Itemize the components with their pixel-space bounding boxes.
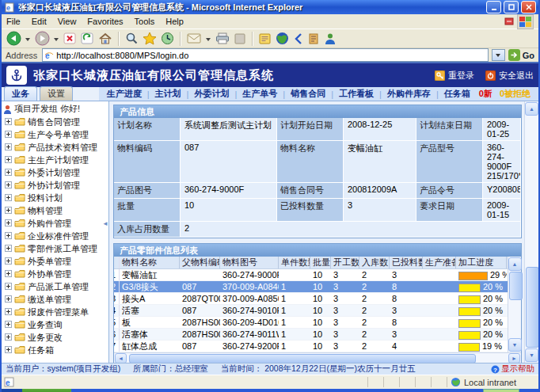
expand-plus-icon[interactable] bbox=[5, 269, 12, 279]
column-header[interactable]: 已投料数 bbox=[390, 257, 423, 268]
scroll-right-icon[interactable]: ► bbox=[508, 353, 520, 363]
column-header[interactable]: 父物料编码 bbox=[180, 257, 220, 268]
expand-plus-icon[interactable] bbox=[5, 206, 12, 215]
parts-horizontal-scrollbar[interactable]: ◄ ► bbox=[114, 352, 521, 363]
sidebar-item-7[interactable]: 投料计划 bbox=[2, 192, 108, 204]
column-header[interactable]: 入库数 bbox=[359, 257, 390, 268]
sidebar-item-6[interactable]: 外协计划管理 bbox=[2, 179, 108, 192]
expand-plus-icon[interactable] bbox=[5, 307, 12, 317]
sidebar-item-16[interactable]: 报废件管理菜单 bbox=[2, 306, 108, 318]
address-dropdown-button[interactable] bbox=[492, 49, 505, 61]
discuss-note-button[interactable] bbox=[258, 31, 272, 47]
column-header[interactable]: 单件数量 bbox=[279, 257, 310, 268]
nav-item-6[interactable]: 工作看板 bbox=[339, 88, 374, 100]
back-button[interactable] bbox=[6, 31, 22, 47]
browser-globe-button[interactable] bbox=[275, 31, 290, 47]
tab-业务[interactable]: 业务 bbox=[4, 86, 37, 101]
sidebar-item-5[interactable]: 外委计划管理 bbox=[2, 166, 108, 179]
edit-button[interactable] bbox=[233, 31, 247, 47]
menu-item-edit[interactable]: Edit bbox=[32, 17, 47, 26]
sidebar-item-1[interactable]: 销售合同管理 bbox=[2, 116, 108, 128]
nav-item-8[interactable]: 任务箱 bbox=[444, 88, 470, 100]
nav-item-4[interactable]: 生产单号 bbox=[242, 88, 277, 100]
column-header[interactable]: 生产准备 bbox=[423, 257, 456, 268]
sidebar-collapse-handle[interactable]: ◄ bbox=[102, 220, 108, 227]
address-input[interactable]: e http://localhost:8080/MPS/login.do bbox=[42, 48, 488, 62]
sidebar-item-14[interactable]: 产品派工单管理 bbox=[2, 280, 108, 293]
expand-plus-icon[interactable] bbox=[5, 320, 12, 329]
expand-plus-icon[interactable] bbox=[5, 168, 12, 177]
caret-down-button[interactable] bbox=[53, 31, 60, 47]
sidebar-item-12[interactable]: 外委单管理 bbox=[2, 255, 108, 268]
menu-item-file[interactable]: File bbox=[6, 17, 21, 26]
nav-item-2[interactable]: 主计划 bbox=[155, 88, 181, 100]
expand-plus-icon[interactable] bbox=[5, 345, 12, 355]
close-button[interactable] bbox=[521, 1, 536, 13]
scroll-up-icon[interactable]: ▲ bbox=[508, 257, 522, 271]
column-header[interactable]: 物料图号 bbox=[220, 257, 279, 268]
table-row[interactable]: 2G3/8接头087370-009-A084011032820 % bbox=[114, 281, 508, 293]
expand-plus-icon[interactable] bbox=[5, 219, 12, 228]
sidebar-item-8[interactable]: 物料管理 bbox=[2, 204, 108, 217]
show-help-link[interactable]: ? 显示帮助 bbox=[491, 363, 534, 375]
expand-plus-icon[interactable] bbox=[5, 181, 12, 190]
sidebar-item-13[interactable]: 外协单管理 bbox=[2, 268, 108, 280]
sidebar-item-4[interactable]: 主生产计划管理 bbox=[2, 154, 108, 166]
expand-plus-icon[interactable] bbox=[5, 130, 12, 139]
scroll-down-icon[interactable]: ▼ bbox=[508, 338, 522, 352]
sidebar-item-9[interactable]: 外购件管理 bbox=[2, 217, 108, 230]
menu-item-favorites[interactable]: Favorites bbox=[87, 17, 123, 26]
messenger-button[interactable] bbox=[323, 31, 337, 47]
refresh-button[interactable] bbox=[80, 31, 95, 47]
table-row[interactable]: 5板2087HS002360-209-4D01011032820 % bbox=[114, 317, 508, 329]
expand-plus-icon[interactable] bbox=[5, 333, 12, 342]
search-button[interactable] bbox=[124, 31, 139, 47]
sidebar-item-10[interactable]: 企业标准件管理 bbox=[2, 230, 108, 242]
menu-item-view[interactable]: View bbox=[58, 17, 77, 26]
sidebar-item-17[interactable]: 业务查询 bbox=[2, 318, 108, 331]
stop-button[interactable] bbox=[63, 31, 78, 47]
print-button[interactable] bbox=[215, 31, 230, 47]
caret-down-button[interactable] bbox=[205, 31, 212, 47]
expand-plus-icon[interactable] bbox=[5, 295, 12, 304]
column-header[interactable]: 批量 bbox=[310, 257, 331, 268]
column-header[interactable]: 开工数 bbox=[331, 257, 359, 268]
nav-item-1[interactable]: 生产进度 bbox=[107, 88, 142, 100]
nav-item-5[interactable]: 销售合同 bbox=[291, 88, 325, 100]
column-header[interactable]: 物料名称 bbox=[120, 257, 180, 268]
expand-plus-icon[interactable] bbox=[5, 244, 12, 253]
tree-root[interactable]: 项目开发组 你好! bbox=[2, 101, 108, 116]
nav-item-3[interactable]: 外委计划 bbox=[194, 88, 229, 100]
expand-plus-icon[interactable] bbox=[5, 282, 12, 291]
sidebar-item-18[interactable]: 业务更改 bbox=[2, 331, 108, 344]
research-button[interactable] bbox=[307, 31, 321, 47]
column-header[interactable]: 加工进度 bbox=[456, 257, 507, 268]
table-row[interactable]: 6活塞体2087HS002360-274-9011W11032320 % bbox=[114, 329, 508, 341]
expand-plus-icon[interactable] bbox=[5, 257, 12, 266]
expand-plus-icon[interactable] bbox=[5, 155, 12, 165]
table-row[interactable]: 7缸体总成087360-274-9200F11032419 % bbox=[114, 341, 508, 352]
scroll-down-icon[interactable]: ▼ bbox=[525, 348, 538, 362]
favorites-star-button[interactable] bbox=[142, 31, 158, 47]
expand-plus-icon[interactable] bbox=[5, 117, 12, 127]
caret-down-button[interactable] bbox=[25, 31, 32, 47]
nav-item-7[interactable]: 外购件库存 bbox=[387, 88, 431, 100]
forward-button[interactable] bbox=[34, 31, 51, 47]
sidebar-item-11[interactable]: 零部件派工单管理 bbox=[2, 242, 108, 255]
relogin-button[interactable]: 重登录 bbox=[435, 70, 474, 82]
page-scrollbar[interactable]: ▲ ▼ bbox=[524, 101, 538, 363]
home-button[interactable] bbox=[97, 31, 113, 47]
history-button[interactable] bbox=[160, 31, 175, 47]
logout-button[interactable]: 安全退出 bbox=[485, 70, 534, 82]
taskbar-item[interactable] bbox=[483, 389, 519, 392]
expand-plus-icon[interactable] bbox=[5, 143, 12, 152]
maximize-button[interactable] bbox=[504, 1, 519, 13]
table-row[interactable]: 3接头A2087QT002370-009-A085011032820 % bbox=[114, 293, 508, 305]
parts-vertical-scrollbar[interactable]: ▲ ▼ bbox=[508, 257, 521, 352]
addon-icon[interactable] bbox=[504, 17, 514, 26]
sidebar-item-2[interactable]: 生产令号单管理 bbox=[2, 128, 108, 141]
go-button[interactable]: Go bbox=[508, 49, 536, 61]
sidebar-item-19[interactable]: 任务箱 bbox=[2, 344, 108, 356]
mail-button[interactable] bbox=[186, 31, 203, 47]
minimize-button[interactable] bbox=[486, 1, 501, 13]
